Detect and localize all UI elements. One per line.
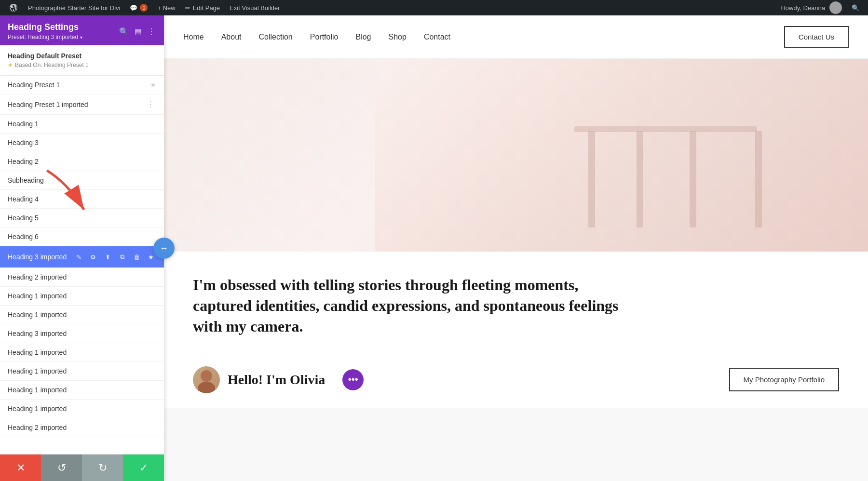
- edit-page-btn[interactable]: ✏ Edit Page: [181, 0, 224, 15]
- new-btn[interactable]: + New: [153, 0, 179, 15]
- nav-blog[interactable]: Blog: [355, 33, 371, 41]
- howdy-label[interactable]: Howdy, Deanna: [777, 0, 846, 15]
- search-presets-icon[interactable]: 🔍: [118, 26, 130, 37]
- preset-item-heading-2[interactable]: Heading 2: [0, 152, 164, 171]
- divi-drag-btn[interactable]: ↔: [153, 238, 175, 259]
- nav-portfolio[interactable]: Portfolio: [310, 33, 339, 41]
- quote-section: I'm obsessed with telling stories throug…: [164, 252, 868, 357]
- edit-icon[interactable]: ✎: [73, 252, 84, 262]
- star-icon: ★: [8, 62, 13, 68]
- preset-item-subheading[interactable]: Subheading: [0, 171, 164, 190]
- panel-preset-label[interactable]: Preset: Heading 3 imported ▾: [8, 34, 82, 40]
- page-wrapper: Heading Settings Preset: Heading 3 impor…: [0, 0, 868, 481]
- save-button[interactable]: ✓: [123, 454, 164, 481]
- profile-section: Hello! I'm Olivia ••• My Photography Por…: [164, 357, 868, 408]
- panel-title-group: Heading Settings Preset: Heading 3 impor…: [8, 22, 82, 40]
- main-content: Home About Collection Portfolio Blog Sho…: [164, 15, 868, 481]
- bottom-toolbar: ✕ ↺ ↻ ✓: [0, 454, 164, 481]
- panel-header: Heading Settings Preset: Heading 3 impor…: [0, 15, 164, 45]
- heading-settings-panel: Heading Settings Preset: Heading 3 impor…: [0, 15, 164, 481]
- avatar-image: [193, 366, 220, 393]
- redo-button[interactable]: ↻: [82, 454, 123, 481]
- settings-icon[interactable]: ⚙: [88, 252, 98, 262]
- preset-item-heading-2-imported-1[interactable]: Heading 2 imported: [0, 268, 164, 287]
- preset-item-heading-1-imported-2[interactable]: Heading 1 imported: [0, 306, 164, 324]
- preset-item-heading-1-imported-4[interactable]: Heading 1 imported: [0, 362, 164, 381]
- default-preset-title: Heading Default Preset: [8, 52, 156, 60]
- nav-shop[interactable]: Shop: [389, 33, 407, 41]
- contact-us-button[interactable]: Contact Us: [784, 26, 849, 48]
- more-options-icon[interactable]: ⋮: [147, 26, 156, 37]
- preset-item-heading-3[interactable]: Heading 3: [0, 134, 164, 152]
- undo-button[interactable]: ↺: [41, 454, 82, 481]
- preset-item-heading-1-imported-3[interactable]: Heading 1 imported: [0, 343, 164, 362]
- furniture-silhouette: [550, 88, 791, 252]
- admin-bar-right: Howdy, Deanna 🔍: [777, 0, 863, 15]
- preset-item-heading-1-imported-6[interactable]: Heading 1 imported: [0, 400, 164, 418]
- nav-about[interactable]: About: [221, 33, 242, 41]
- hero-image: [164, 59, 868, 252]
- profile-left: Hello! I'm Olivia •••: [193, 366, 364, 393]
- close-button[interactable]: ✕: [0, 454, 41, 481]
- comments-btn[interactable]: 💬 0: [126, 0, 151, 15]
- portfolio-button[interactable]: My Photography Portfolio: [729, 368, 839, 391]
- active-item-actions: ✎ ⚙ ⬆ ⧉ 🗑 ★: [73, 252, 156, 262]
- svg-point-2: [198, 382, 215, 393]
- preset-item-heading-3-imported-2[interactable]: Heading 3 imported: [0, 324, 164, 343]
- nav-collection[interactable]: Collection: [259, 33, 293, 41]
- preset-item-heading-1-imported-1[interactable]: Heading 1 imported: [0, 287, 164, 306]
- delete-icon[interactable]: 🗑: [131, 252, 142, 262]
- preset-item-heading-preset-1[interactable]: Heading Preset 1 ★: [0, 76, 164, 94]
- user-avatar: [829, 1, 842, 14]
- quote-text: I'm obsessed with telling stories throug…: [193, 275, 627, 337]
- admin-bar: Photographer Starter Site for Divi 💬 0 +…: [0, 0, 868, 15]
- default-preset-section: Heading Default Preset ★ Based On: Headi…: [0, 45, 164, 76]
- layout-toggle-icon[interactable]: ▤: [134, 26, 143, 37]
- site-name[interactable]: Photographer Starter Site for Divi: [24, 0, 124, 15]
- wp-logo[interactable]: [5, 0, 22, 15]
- default-preset-subtitle: ★ Based On: Heading Preset 1: [8, 62, 156, 68]
- svg-point-1: [201, 370, 212, 382]
- preset-item-heading-1[interactable]: Heading 1: [0, 115, 164, 134]
- preset-item-heading-4[interactable]: Heading 4: [0, 190, 164, 209]
- search-btn[interactable]: 🔍: [848, 0, 863, 15]
- search-icon: 🔍: [852, 4, 859, 12]
- nav-contact[interactable]: Contact: [424, 33, 450, 41]
- site-navigation: Home About Collection Portfolio Blog Sho…: [164, 15, 868, 59]
- preset-item-heading-2-imported-2[interactable]: Heading 2 imported: [0, 418, 164, 437]
- preset-list: Heading Preset 1 ★ Heading Preset 1 impo…: [0, 76, 164, 454]
- preset-item-heading-6[interactable]: Heading 6: [0, 227, 164, 246]
- preset-item-heading-preset-1-imported[interactable]: Heading Preset 1 imported ⋮: [0, 94, 164, 115]
- preset-dropdown-arrow: ▾: [80, 35, 82, 40]
- panel-header-icons: 🔍 ▤ ⋮: [118, 26, 156, 37]
- copy-icon[interactable]: ⧉: [117, 252, 127, 262]
- nav-links: Home About Collection Portfolio Blog Sho…: [183, 33, 450, 41]
- panel-title: Heading Settings: [8, 22, 82, 32]
- preset-item-heading-5[interactable]: Heading 5: [0, 209, 164, 227]
- more-options-button[interactable]: •••: [342, 369, 364, 390]
- profile-avatar: [193, 366, 220, 393]
- preset-item-heading-3-imported-active[interactable]: Heading 3 imported ✎ ⚙ ⬆ ⧉ 🗑 ★: [0, 246, 164, 268]
- item-options-icon[interactable]: ⋮: [145, 100, 156, 109]
- preset-item-heading-1-imported-5[interactable]: Heading 1 imported: [0, 381, 164, 400]
- nav-home[interactable]: Home: [183, 33, 204, 41]
- profile-greeting: Hello! I'm Olivia: [228, 372, 325, 387]
- upload-icon[interactable]: ⬆: [102, 252, 113, 262]
- exit-builder-btn[interactable]: Exit Visual Builder: [226, 0, 284, 15]
- star-icon: ★: [150, 81, 156, 89]
